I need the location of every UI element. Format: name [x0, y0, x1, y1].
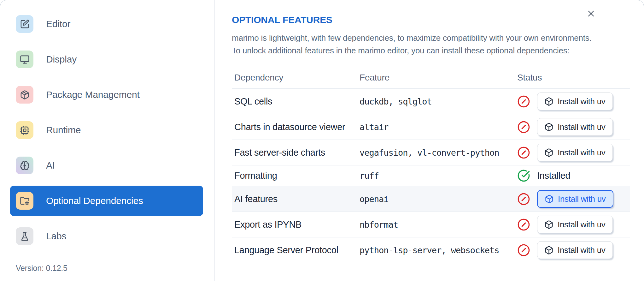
brain-icon	[16, 157, 33, 174]
install-with-uv-button[interactable]: Install with uv	[537, 118, 613, 136]
feature-packages: python-lsp-server, websockets	[360, 245, 517, 255]
description-line: marimo is lightweight, with few dependen…	[232, 32, 630, 44]
installed-label: Installed	[537, 170, 570, 181]
install-with-uv-button[interactable]: Install with uv	[537, 190, 613, 208]
sidebar-item-label: Runtime	[46, 125, 81, 135]
sidebar-item-label: Package Management	[46, 89, 140, 100]
box-icon	[544, 148, 553, 157]
sidebar-item-label: Labs	[46, 231, 66, 242]
circle-x-icon	[517, 193, 530, 206]
feature-packages: openai	[360, 194, 517, 204]
table-header-row: Dependency Feature Status	[232, 68, 630, 88]
feature-packages: altair	[360, 122, 517, 132]
circle-check-icon	[517, 169, 530, 182]
box-icon	[544, 220, 553, 229]
box-icon	[544, 123, 553, 132]
dependency-name: Language Server Protocol	[232, 245, 360, 255]
install-button-label: Install with uv	[558, 97, 606, 106]
status-cell: Install with uv	[517, 237, 630, 263]
dependency-name: Formatting	[232, 170, 360, 181]
table-row: SQL cells duckdb, sqlglot Install with u…	[232, 88, 630, 114]
sidebar-item-labs[interactable]: Labs	[10, 221, 203, 251]
status-cell: Install with uv	[517, 89, 630, 114]
circle-x-icon	[517, 121, 530, 134]
square-pen-icon	[16, 15, 33, 33]
box-icon	[545, 194, 554, 204]
status-cell: Install with uv	[517, 114, 630, 140]
optional-features-table: Dependency Feature Status SQL cells duck…	[232, 68, 630, 263]
sidebar-item-runtime[interactable]: Runtime	[10, 115, 203, 145]
feature-packages: duckdb, sqlglot	[360, 97, 517, 106]
circle-x-icon	[517, 218, 530, 231]
table-row: Export as IPYNB nbformat Install with uv	[232, 212, 630, 237]
box-icon	[544, 97, 553, 106]
feature-packages: vegafusion, vl-convert-python	[360, 148, 517, 158]
status-cell: Install with uv	[517, 212, 630, 237]
install-button-label: Install with uv	[558, 148, 606, 158]
table-row: Fast server-side charts vegafusion, vl-c…	[232, 140, 630, 165]
close-button[interactable]	[585, 8, 597, 20]
table-row: Formatting ruff Installed	[232, 165, 630, 186]
circle-x-icon	[517, 146, 530, 159]
status-cell: Install with uv	[517, 186, 630, 212]
sidebar-item-label: Optional Dependencies	[46, 195, 143, 206]
status-cell: Install with uv	[517, 140, 630, 165]
page-title: OPTIONAL FEATURES	[232, 15, 630, 25]
table-row: Language Server Protocol python-lsp-serv…	[232, 237, 630, 263]
table-row: Charts in datasource viewer altair Insta…	[232, 114, 630, 140]
column-header-dependency: Dependency	[232, 73, 360, 83]
version-label: Version: 0.12.5	[16, 264, 67, 273]
settings-dialog: Editor Display Package Management Runtim…	[0, 0, 644, 281]
description-line: To unlock additional features in the mar…	[232, 44, 630, 57]
monitor-icon	[16, 51, 33, 68]
folder-cog-icon	[16, 192, 33, 210]
table-row: AI features openai Install with uv	[232, 186, 630, 212]
sidebar-item-label: Editor	[46, 19, 70, 29]
dependency-name: SQL cells	[232, 96, 360, 107]
sidebar-item-label: Display	[46, 54, 77, 65]
cpu-icon	[16, 121, 33, 139]
package-icon	[16, 86, 33, 104]
sidebar-item-editor[interactable]: Editor	[10, 9, 203, 39]
install-with-uv-button[interactable]: Install with uv	[537, 216, 613, 233]
install-button-label: Install with uv	[558, 122, 606, 132]
feature-packages: nbformat	[360, 220, 517, 230]
sidebar-item-optional-dependencies[interactable]: Optional Dependencies	[10, 186, 203, 216]
sidebar-nav: Editor Display Package Management Runtim…	[0, 9, 214, 251]
panel-description: marimo is lightweight, with few dependen…	[232, 32, 630, 57]
install-with-uv-button[interactable]: Install with uv	[537, 241, 613, 259]
install-with-uv-button[interactable]: Install with uv	[537, 93, 613, 110]
box-icon	[544, 246, 553, 255]
settings-sidebar: Editor Display Package Management Runtim…	[0, 0, 215, 281]
install-button-label: Install with uv	[558, 194, 606, 204]
status-cell: Installed	[517, 165, 630, 186]
dependency-name: Fast server-side charts	[232, 147, 360, 158]
close-icon	[586, 15, 596, 20]
sidebar-item-ai[interactable]: AI	[10, 150, 203, 181]
feature-packages: ruff	[360, 171, 517, 181]
column-header-status: Status	[517, 73, 630, 83]
install-button-label: Install with uv	[558, 220, 606, 230]
dependency-name: AI features	[232, 194, 360, 204]
optional-features-panel: OPTIONAL FEATURES marimo is lightweight,…	[215, 0, 644, 281]
dependency-name: Export as IPYNB	[232, 219, 360, 230]
flask-icon	[16, 227, 33, 245]
sidebar-item-display[interactable]: Display	[10, 44, 203, 75]
column-header-feature: Feature	[360, 73, 517, 83]
install-with-uv-button[interactable]: Install with uv	[537, 144, 613, 161]
sidebar-item-package-management[interactable]: Package Management	[10, 80, 203, 110]
dependency-name: Charts in datasource viewer	[232, 122, 360, 132]
sidebar-item-label: AI	[46, 160, 55, 171]
table-body: SQL cells duckdb, sqlglot Install with u…	[232, 88, 630, 263]
install-button-label: Install with uv	[558, 245, 606, 255]
circle-x-icon	[517, 95, 530, 108]
circle-x-icon	[517, 244, 530, 257]
